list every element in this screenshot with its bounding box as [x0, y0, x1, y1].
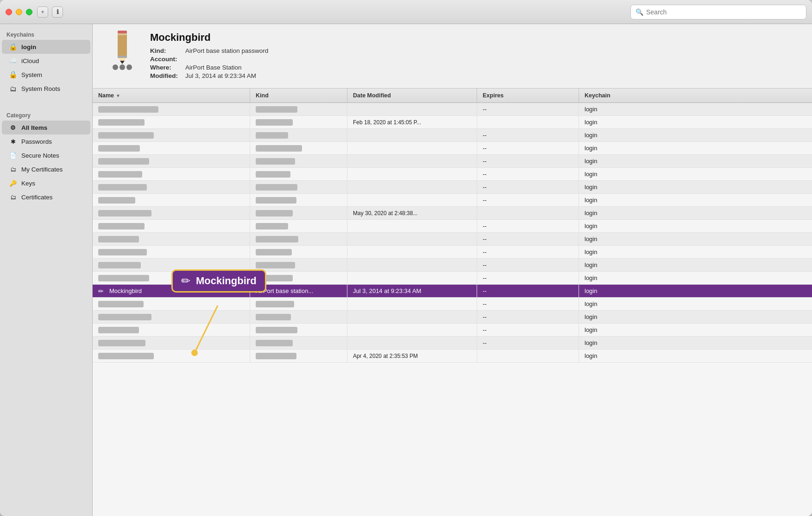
titlebar: + ℹ 🔍 — [0, 0, 812, 24]
table-row[interactable]: -- login — [93, 129, 812, 142]
td-kind — [250, 116, 347, 128]
td-name — [93, 168, 250, 180]
td-expires: -- — [477, 194, 579, 206]
col-date[interactable]: Date Modified — [347, 89, 477, 102]
sidebar-item-login[interactable]: 🔒 login — [2, 40, 90, 54]
td-name — [93, 324, 250, 336]
td-date — [347, 194, 477, 206]
sidebar-item-system-roots[interactable]: 🗂 System Roots — [2, 82, 90, 96]
td-name — [93, 220, 250, 232]
sidebar-item-system[interactable]: 🔒 System — [2, 68, 90, 82]
td-keychain: login — [579, 181, 812, 193]
td-expires: -- — [477, 142, 579, 154]
sidebar-item-icloud[interactable]: ☁️ iCloud — [2, 54, 90, 68]
td-kind — [250, 103, 347, 115]
table-container[interactable]: Name ▼ Kind Date Modified Expires — [93, 89, 812, 516]
table-row[interactable]: -- login — [93, 324, 812, 337]
td-keychain: login — [579, 233, 812, 245]
sidebar-item-my-certificates[interactable]: 🗂 My Certificates — [2, 162, 90, 176]
where-row: Where: AirPort Base Station — [150, 64, 801, 71]
sidebar-item-certificates[interactable]: 🗂 Certificates — [2, 190, 90, 204]
td-date — [347, 142, 477, 154]
table-row[interactable]: -- login — [93, 103, 812, 116]
sidebar-item-label: Certificates — [21, 194, 53, 201]
td-keychain: login — [579, 155, 812, 167]
close-button[interactable] — [6, 9, 12, 15]
td-date — [347, 233, 477, 245]
td-kind — [250, 220, 347, 232]
table-row[interactable]: -- login — [93, 142, 812, 155]
modified-label: Modified: — [150, 72, 183, 79]
search-input[interactable] — [646, 8, 801, 16]
sidebar-item-all-items[interactable]: ⚙ All Items — [2, 121, 90, 134]
all-items-icon: ⚙ — [8, 123, 18, 132]
sidebar-item-secure-notes[interactable]: 📄 Secure Notes — [2, 148, 90, 162]
col-keychain[interactable]: Keychain — [579, 89, 812, 102]
td-expires: -- — [477, 246, 579, 258]
table-row[interactable]: -- login — [93, 272, 812, 285]
table-row[interactable]: -- login — [93, 220, 812, 233]
td-kind — [250, 272, 347, 284]
table-row[interactable]: Apr 4, 2020 at 2:35:53 PM login — [93, 350, 812, 363]
svg-rect-5 — [118, 56, 127, 58]
col-name[interactable]: Name ▼ — [93, 89, 250, 102]
table-row[interactable]: -- login — [93, 246, 812, 259]
table-row-mockingbird[interactable]: ✏ Mockingbird AirPort base station... Ju… — [93, 285, 812, 298]
sidebar: Keychains 🔒 login ☁️ iCloud 🔒 System 🗂 S… — [0, 24, 93, 516]
table-row[interactable]: -- login — [93, 311, 812, 324]
sidebar-item-label: System — [21, 71, 42, 78]
td-kind — [250, 194, 347, 206]
td-date — [347, 246, 477, 258]
td-name — [93, 181, 250, 193]
sidebar-item-keys[interactable]: 🔑 Keys — [2, 176, 90, 190]
table-row[interactable]: -- login — [93, 168, 812, 181]
table-row[interactable]: -- login — [93, 194, 812, 207]
td-name — [93, 129, 250, 141]
td-date — [347, 103, 477, 115]
minimize-button[interactable] — [16, 9, 22, 15]
sort-icon: ▼ — [116, 93, 120, 98]
td-name — [93, 311, 250, 323]
table-row[interactable]: May 30, 2020 at 2:48:38... login — [93, 207, 812, 220]
td-expires: -- — [477, 337, 579, 349]
td-keychain: login — [579, 207, 812, 219]
sidebar-item-passwords[interactable]: ✱ Passwords — [2, 134, 90, 148]
cert-icon: 🗂 — [8, 192, 18, 202]
name-blur — [98, 106, 158, 113]
td-expires — [477, 350, 579, 362]
td-date — [347, 311, 477, 323]
table-row[interactable]: -- login — [93, 298, 812, 311]
add-button[interactable]: + — [37, 6, 48, 18]
td-keychain: login — [579, 350, 812, 362]
td-date — [347, 168, 477, 180]
td-expires: -- — [477, 155, 579, 167]
td-keychain: login — [579, 272, 812, 284]
td-expires: -- — [477, 103, 579, 115]
col-kind[interactable]: Kind — [250, 89, 347, 102]
col-expires[interactable]: Expires — [477, 89, 579, 102]
table-row[interactable]: -- login — [93, 337, 812, 350]
titlebar-actions: + ℹ — [37, 6, 63, 18]
td-date — [347, 259, 477, 271]
table-row[interactable]: -- login — [93, 181, 812, 194]
table-row[interactable]: -- login — [93, 259, 812, 272]
td-date — [347, 298, 477, 310]
td-expires — [477, 207, 579, 219]
td-keychain: login — [579, 337, 812, 349]
right-panel: Mockingbird Kind: AirPort base station p… — [93, 24, 812, 516]
td-date — [347, 220, 477, 232]
td-name — [93, 259, 250, 271]
td-keychain: login — [579, 298, 812, 310]
table-row[interactable]: -- login — [93, 155, 812, 168]
td-kind: AirPort base station... — [250, 285, 347, 297]
td-keychain: login — [579, 246, 812, 258]
where-label: Where: — [150, 64, 183, 71]
table-row[interactable]: Feb 18, 2020 at 1:45:05 P... login — [93, 116, 812, 129]
td-keychain: login — [579, 285, 812, 297]
maximize-button[interactable] — [26, 9, 32, 15]
folder-icon: 🗂 — [8, 84, 18, 93]
info-button[interactable]: ℹ — [52, 6, 63, 18]
notes-icon: 📄 — [8, 151, 18, 160]
td-keychain: login — [579, 168, 812, 180]
table-row[interactable]: -- login — [93, 233, 812, 246]
